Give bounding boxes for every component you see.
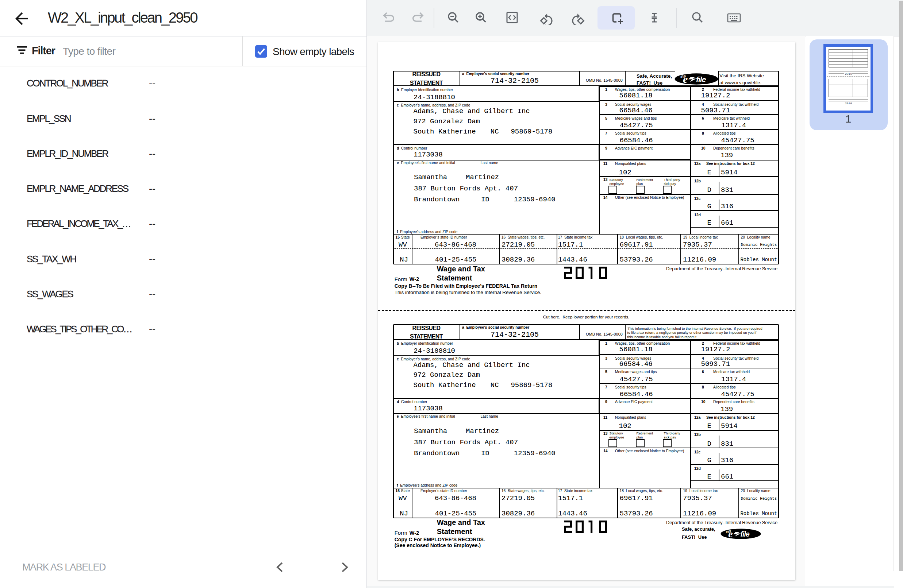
svg-text:e: e bbox=[728, 528, 733, 539]
svg-text:e: e bbox=[683, 73, 687, 85]
svg-text:file: file bbox=[740, 530, 749, 538]
svg-text:file: file bbox=[696, 75, 706, 83]
